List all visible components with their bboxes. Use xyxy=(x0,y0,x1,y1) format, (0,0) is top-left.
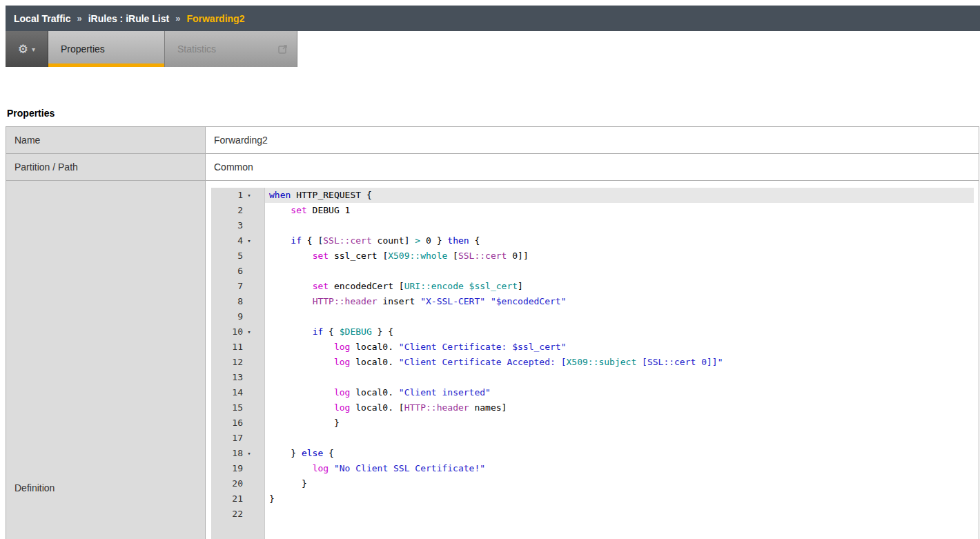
code-line: 19 log "No Client SSL Certificate!" xyxy=(211,461,974,476)
line-gutter: 12 xyxy=(211,355,265,370)
line-gutter: 9 xyxy=(211,309,265,324)
code-content[interactable] xyxy=(265,431,974,446)
tab-strip: ⚙ ▾ Properties Statistics xyxy=(6,31,297,67)
code-line: 8 HTTP::header insert "X-SSL-CERT" "$enc… xyxy=(211,294,974,309)
token-var: $ssl_cert xyxy=(469,281,518,291)
token-str: "Client inserted" xyxy=(399,387,491,398)
code-content[interactable]: } xyxy=(265,415,974,431)
token-pl: count] xyxy=(372,235,415,246)
token-pl xyxy=(485,296,491,306)
code-content[interactable]: log local0. [HTTP::header names] xyxy=(265,400,974,415)
token-op: > xyxy=(415,235,420,246)
definition-code-editor[interactable]: 1▾when HTTP_REQUEST {2 set DEBUG 134▾ if… xyxy=(211,188,974,539)
code-content[interactable]: set ssl_cert [X509::whole [SSL::cert 0]] xyxy=(265,248,974,264)
code-content[interactable]: log local0. "Client inserted" xyxy=(265,385,974,400)
code-content[interactable]: set encodedCert [URI::encode $ssl_cert] xyxy=(265,279,974,294)
token-pl xyxy=(464,281,469,291)
token-pl: 0]] xyxy=(507,251,528,261)
token-pl xyxy=(269,281,313,291)
token-kw: if xyxy=(291,235,302,246)
token-pl xyxy=(269,205,291,215)
token-pl: names] xyxy=(469,402,507,413)
token-pl: encodedCert [ xyxy=(329,281,404,291)
token-pl: 0 } xyxy=(420,235,447,246)
code-content[interactable]: set DEBUG 1 xyxy=(265,203,974,218)
token-pl: local0. xyxy=(350,387,398,398)
token-pl: insert xyxy=(378,296,421,306)
code-content[interactable] xyxy=(265,264,974,279)
page: Local Traffic » iRules : iRule List » Fo… xyxy=(0,0,980,539)
line-gutter: 5 xyxy=(211,248,265,264)
tab-properties[interactable]: Properties xyxy=(48,31,165,67)
token-decl: log xyxy=(313,463,329,473)
token-pl xyxy=(269,387,334,398)
breadcrumb-item-local-traffic[interactable]: Local Traffic xyxy=(14,13,70,24)
code-line: 17 xyxy=(211,431,974,446)
token-decl: log xyxy=(334,357,350,367)
token-pl: { xyxy=(323,326,339,337)
code-content[interactable] xyxy=(265,218,974,233)
line-gutter: 16 xyxy=(211,415,265,431)
token-pl: HTTP_REQUEST { xyxy=(291,190,371,200)
code-content[interactable] xyxy=(265,370,974,385)
line-gutter: 19 xyxy=(211,461,265,476)
code-content[interactable]: when HTTP_REQUEST { xyxy=(265,188,974,203)
token-str: "Client Certificate: $ssl_cert" xyxy=(399,342,567,352)
line-number: 20 xyxy=(211,476,243,491)
token-cmd: HTTP::header xyxy=(313,296,378,306)
gear-menu-button[interactable]: ⚙ ▾ xyxy=(6,31,48,67)
line-number: 5 xyxy=(211,248,243,264)
code-content[interactable]: HTTP::header insert "X-SSL-CERT" "$encod… xyxy=(265,294,974,309)
chevron-down-icon: ▾ xyxy=(32,46,35,53)
token-pl: DEBUG 1 xyxy=(307,205,351,215)
token-kw: then xyxy=(447,235,469,246)
line-gutter: 14 xyxy=(211,385,265,400)
code-content[interactable] xyxy=(265,507,974,522)
line-number: 9 xyxy=(211,309,243,324)
line-number: 2 xyxy=(211,203,243,218)
code-content[interactable]: if { $DEBUG } { xyxy=(265,324,974,340)
breadcrumb-item-current: Forwarding2 xyxy=(186,13,244,24)
fold-toggle-icon[interactable]: ▾ xyxy=(243,188,255,203)
fold-toggle-icon[interactable]: ▾ xyxy=(243,324,255,340)
code-content[interactable]: } xyxy=(265,476,974,491)
code-content[interactable]: log "No Client SSL Certificate!" xyxy=(265,461,974,476)
code-line: 5 set ssl_cert [X509::whole [SSL::cert 0… xyxy=(211,248,974,264)
line-number: 17 xyxy=(211,431,243,446)
code-content[interactable]: } xyxy=(265,491,974,507)
name-value: Forwarding2 xyxy=(206,127,979,153)
gear-icon: ⚙ xyxy=(18,43,28,55)
token-pl: } xyxy=(269,418,340,428)
code-line: 7 set encodedCert [URI::encode $ssl_cert… xyxy=(211,279,974,294)
code-content[interactable]: } else { xyxy=(265,446,974,461)
code-content[interactable]: log local0. "Client Certificate: $ssl_ce… xyxy=(265,340,974,355)
token-pl xyxy=(269,296,313,306)
token-pl: } xyxy=(269,478,307,489)
fold-toggle-icon[interactable]: ▾ xyxy=(243,446,255,461)
breadcrumb-separator-icon: » xyxy=(175,13,180,23)
breadcrumb-item-irule-list[interactable]: iRules : iRule List xyxy=(88,13,169,24)
code-line: 13 xyxy=(211,370,974,385)
line-gutter: 8 xyxy=(211,294,265,309)
line-gutter: 22 xyxy=(211,507,265,522)
tab-statistics-label: Statistics xyxy=(177,43,216,55)
code-line: 4▾ if { [SSL::cert count] > 0 } then { xyxy=(211,233,974,248)
tab-statistics[interactable]: Statistics xyxy=(165,31,297,67)
code-content[interactable] xyxy=(265,309,974,324)
properties-table: Name Forwarding2 Partition / Path Common… xyxy=(6,126,979,539)
code-content[interactable]: log local0. "Client Certificate Accepted… xyxy=(265,355,974,370)
token-str: "$encodedCert" xyxy=(491,296,567,306)
token-fn: X509::subject xyxy=(567,357,637,367)
line-number: 15 xyxy=(211,400,243,415)
line-number: 1 xyxy=(211,188,243,203)
line-number: 8 xyxy=(211,294,243,309)
token-pl: } xyxy=(269,448,302,458)
token-pl: { [ xyxy=(302,235,323,246)
token-cmd: HTTP::header xyxy=(404,402,469,413)
code-content[interactable]: if { [SSL::cert count] > 0 } then { xyxy=(265,233,974,248)
fold-toggle-icon[interactable]: ▾ xyxy=(243,233,255,248)
line-gutter: 6 xyxy=(211,264,265,279)
token-pl xyxy=(269,342,334,352)
token-pl xyxy=(269,326,313,337)
token-decl: log xyxy=(334,387,350,398)
